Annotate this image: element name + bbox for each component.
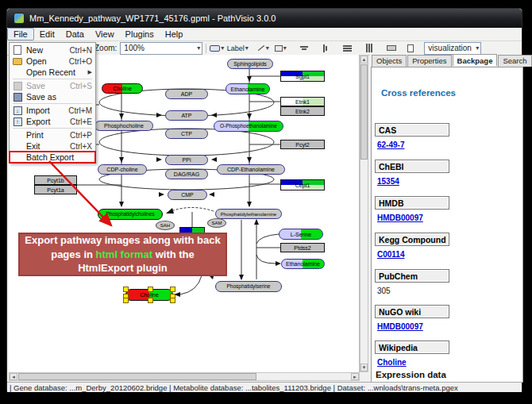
xref-link-hmdb[interactable]: HMDB00097 [377,214,423,222]
align-middle-button[interactable] [318,42,332,54]
menu-item-shortcut: Ctrl+E [70,117,92,126]
gene-tool-button[interactable]: ▾ [210,42,224,54]
canvas-horizontal-scrollbar[interactable]: ◄ ► [9,372,360,381]
distribute-vertical-icon [343,50,352,52]
scroll-right-button[interactable]: ► [351,373,359,380]
selection-handle[interactable] [123,287,129,292]
menu-item-label: New [26,45,69,55]
menu-help[interactable]: Help [160,29,189,40]
node-phosphatidylcholines[interactable]: Phosphatidylcholines [98,209,163,220]
menu-file[interactable]: File [7,28,34,40]
label-tool-button[interactable]: Label ▾ [224,42,251,54]
menu-item-batch-export[interactable]: Batch Export [10,152,95,163]
node-pcyt1b[interactable]: Pcyt1b [34,175,77,185]
menu-item-open[interactable]: Open Ctrl+O [10,56,95,67]
xref-link-kegg[interactable]: C00114 [377,250,404,259]
menu-item-open-recent[interactable]: Open Recent ▶ [10,67,95,78]
node-ethanolamine-2[interactable]: Ethanolamine [281,259,325,269]
node-phosphocholine[interactable]: Phosphocholine [94,121,153,131]
node-ctp[interactable]: CTP [165,129,208,139]
node-sam[interactable]: SAM [207,218,226,228]
shape-tool-button[interactable]: ▾ [273,42,287,54]
selection-handle[interactable] [123,298,129,303]
horizontal-scroll-thumb[interactable] [18,373,256,380]
menu-item-export[interactable]: ↑ Export Ctrl+E [10,116,95,127]
node-choline[interactable]: Choline [102,83,143,94]
node-ppi[interactable]: PPi [165,155,208,165]
node-cdp-choline[interactable]: CDP-choline [98,164,147,175]
menu-plugins[interactable]: Plugins [120,29,160,40]
scroll-up-button[interactable]: ▲ [360,56,368,63]
node-sah[interactable]: SAH [156,221,175,230]
tab-objects[interactable]: Objects [372,55,407,67]
node-choline-selected[interactable]: Choline [125,289,173,301]
node-etnk2[interactable]: Etnk2 [280,106,325,116]
title-bar[interactable]: Mm_Kennedy_pathway_WP1771_45176.gpml - P… [7,9,522,28]
xref-link-chebi[interactable]: 15354 [377,177,399,186]
node-adp[interactable]: ADP [165,89,208,99]
menu-item-exit[interactable]: Exit Ctrl+X [10,140,95,152]
tab-properties[interactable]: Properties [407,55,451,67]
node-phosphatidylserine[interactable]: Phosphatidylserine [215,281,282,292]
node-l-serine[interactable]: L-Serine [279,229,323,240]
menu-edit[interactable]: Edit [34,29,60,40]
xref-link-nugo[interactable]: HMDB00097 [377,322,423,331]
annotation-callout: Export pathway images along with back pa… [18,233,227,276]
scroll-left-button[interactable]: ◄ [10,373,17,380]
menu-item-shortcut: Ctrl+S [70,82,92,90]
node-pcyt2[interactable]: Pcyt2 [280,140,325,149]
node-ptdss2[interactable]: Ptdss2 [280,243,325,252]
menu-view[interactable]: View [90,29,120,40]
menu-item-label: Batch Export [26,152,92,162]
scroll-down-button[interactable]: ▼ [360,364,368,371]
tab-search[interactable]: Search [498,55,531,67]
caret-down-icon: ▾ [245,45,249,52]
node-pcyt1a[interactable]: Pcyt1a [34,185,77,194]
sidebar-panel: Objects Properties Backpage Search Legen… [370,55,523,382]
node-sgpl1[interactable]: Sgpl1 [280,71,325,82]
node-atp[interactable]: ATP [165,110,208,121]
status-text: | Gene database: ...m_Derby_20120602.bri… [10,383,458,392]
caret-down-icon: ▾ [197,45,200,52]
menu-item-import[interactable]: ↓ Import Ctrl+M [10,105,95,116]
selection-handle[interactable] [148,298,153,303]
node-etnk1[interactable]: Etnk1 [280,97,325,106]
menu-item-save-as[interactable]: Save as [10,91,95,102]
node-sphingolipids[interactable]: Sphingolipids [227,59,273,69]
distribute-vertical-icon [343,45,352,47]
xref-section-kegg: Kegg Compound [375,233,449,246]
text-format-button[interactable] [403,42,418,54]
align-center-button[interactable] [297,42,311,54]
distribute-vertical-button[interactable] [340,42,354,54]
zoom-combobox[interactable]: 100% ▾ [120,42,202,55]
xref-link-cas[interactable]: 62-49-7 [377,140,404,149]
visualization-combobox[interactable]: visualization ▾ [424,42,481,55]
node-cmp[interactable]: CMP [168,190,207,200]
line-tool-button[interactable]: ▾ [256,42,270,54]
distribute-horizontal-button[interactable] [362,42,376,54]
tab-backpage[interactable]: Backpage [453,54,498,66]
vertical-scroll-thumb[interactable] [360,64,368,160]
backpage-content: Cross references CAS 62-49-7 ChEBI 15354… [371,67,523,383]
zoom-value: 100% [124,44,145,52]
menu-item-new[interactable]: New Ctrl+N [10,44,95,56]
new-document-icon [12,46,23,55]
selection-handle[interactable] [148,287,153,292]
canvas-vertical-scrollbar[interactable]: ▲ ▼ [360,55,368,372]
xref-link-wikipedia[interactable]: Choline [377,358,407,367]
menu-item-print[interactable]: Print Ctrl+P [10,129,95,140]
node-o-phosphoethanolamine[interactable]: O-Phosphoethanolamine [214,121,283,132]
node-dag[interactable]: DAG/RAG [165,169,208,179]
node-ethanolamine[interactable]: Ethanolamine [226,83,270,94]
node-phosphatidylethanolamine[interactable]: Phosphatidylethanolamine [215,209,282,219]
distribute-horizontal-icon [368,44,370,52]
node-cdp-ethanolamine[interactable]: CDP-Ethanolamine [217,164,285,175]
menu-data[interactable]: Data [60,29,90,40]
node-cept1[interactable]: Cept1 [280,179,325,190]
caret-down-icon: ▾ [476,45,479,52]
save-as-icon [12,93,23,102]
selection-handle[interactable] [170,287,175,292]
menu-separator [13,128,92,129]
print-button[interactable] [384,42,399,54]
selection-handle[interactable] [170,298,175,303]
